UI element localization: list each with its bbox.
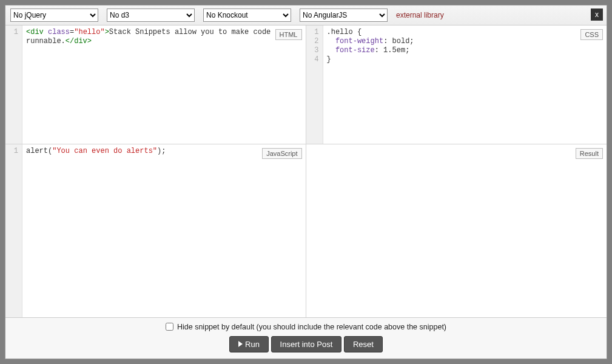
- hide-snippet-label: Hide snippet by default (you should incl…: [177, 323, 446, 331]
- html-pane-label: HTML: [275, 29, 302, 40]
- html-gutter: 1: [5, 25, 22, 144]
- play-icon: [238, 341, 243, 347]
- result-pane: Result: [306, 144, 607, 317]
- html-pane[interactable]: HTML 1 <div class="hello">Stack Snippets…: [5, 25, 306, 144]
- js-code[interactable]: alert("You can even do alerts");: [22, 144, 306, 317]
- footer: Hide snippet by default (you should incl…: [5, 318, 607, 359]
- library-toolbar: No jQuery No d3 No Knockout No AngularJS…: [5, 5, 607, 25]
- css-gutter: 1 2 3 4: [306, 25, 323, 144]
- insert-into-post-button[interactable]: Insert into Post: [271, 336, 342, 352]
- js-pane-label: JavaScript: [262, 148, 301, 159]
- jquery-select[interactable]: No jQuery: [10, 8, 98, 22]
- html-code[interactable]: <div class="hello">Stack Snippets allow …: [22, 25, 306, 144]
- editor-panes: HTML 1 <div class="hello">Stack Snippets…: [5, 25, 607, 318]
- js-gutter: 1: [5, 144, 22, 317]
- result-pane-label: Result: [576, 148, 603, 159]
- knockout-select[interactable]: No Knockout: [203, 8, 291, 22]
- external-library-link[interactable]: external library: [396, 11, 444, 19]
- angular-select[interactable]: No AngularJS: [300, 8, 388, 22]
- close-icon: x: [595, 10, 599, 19]
- footer-buttons: Run Insert into Post Reset: [12, 336, 600, 353]
- reset-button[interactable]: Reset: [344, 336, 383, 352]
- snippet-editor: No jQuery No d3 No Knockout No AngularJS…: [5, 5, 607, 359]
- close-button[interactable]: x: [591, 8, 603, 21]
- hide-snippet-checkbox[interactable]: [166, 323, 173, 331]
- css-pane-label: CSS: [580, 29, 603, 40]
- css-pane[interactable]: CSS 1 2 3 4 .hello { font-weight: bold; …: [306, 25, 607, 144]
- d3-select[interactable]: No d3: [107, 8, 195, 22]
- js-pane[interactable]: JavaScript 1 alert("You can even do aler…: [5, 144, 306, 317]
- run-button[interactable]: Run: [229, 336, 269, 352]
- css-code[interactable]: .hello { font-weight: bold; font-size: 1…: [323, 25, 607, 144]
